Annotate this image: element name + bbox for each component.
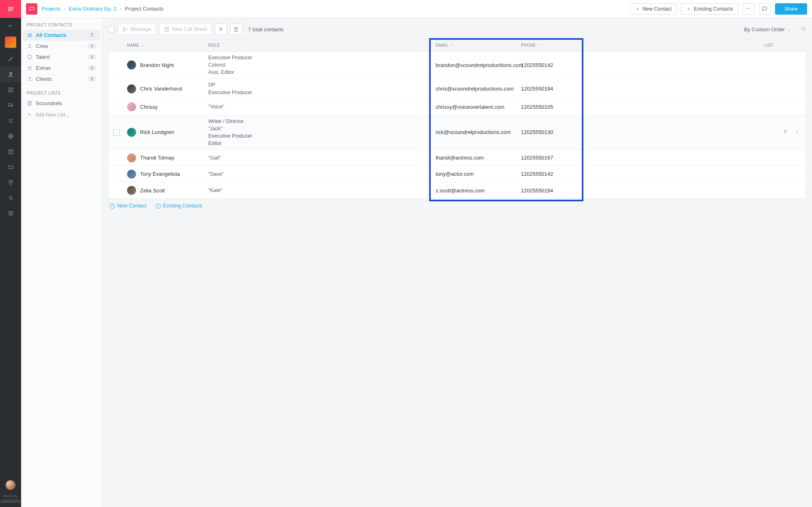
svg-point-5 bbox=[10, 181, 11, 182]
contact-name: Rick Lundgren bbox=[140, 129, 174, 135]
user-avatar[interactable] bbox=[6, 480, 15, 490]
col-role[interactable]: ROLE bbox=[206, 43, 433, 47]
comment-button[interactable] bbox=[759, 3, 771, 15]
contact-roles: DPExecutive Producer bbox=[206, 81, 433, 96]
table-row[interactable]: Tony Evangelista"Dave"tony@actor.com1202… bbox=[108, 166, 806, 182]
more-button[interactable] bbox=[743, 3, 755, 15]
made-by-credit: Made By Leanometry bbox=[1, 494, 20, 507]
rail-calendar[interactable] bbox=[0, 144, 21, 159]
arrow-left-icon bbox=[8, 23, 14, 29]
existing-contacts-button[interactable]: ＋ Existing Contacts bbox=[681, 3, 739, 15]
avatar bbox=[127, 153, 136, 162]
rail-lists[interactable] bbox=[0, 113, 21, 128]
delete-button[interactable] bbox=[230, 24, 242, 35]
breadcrumb-projects[interactable]: Projects bbox=[41, 6, 60, 12]
select-all-checkbox[interactable] bbox=[108, 26, 114, 32]
button-label: New Contact bbox=[643, 6, 672, 12]
project-thumbnail[interactable] bbox=[5, 37, 16, 48]
column-label: PHONE bbox=[521, 43, 536, 47]
pencil-icon bbox=[8, 56, 14, 62]
rail-contacts[interactable] bbox=[0, 67, 21, 82]
sidebar-list-scoundrels[interactable]: Scoundrels bbox=[23, 98, 100, 109]
chevron-down-icon: ⌄ bbox=[787, 27, 790, 32]
ellipsis-icon bbox=[745, 6, 752, 12]
sliders-icon bbox=[8, 195, 14, 201]
rail-collapse[interactable] bbox=[0, 18, 21, 33]
svg-point-16 bbox=[29, 77, 30, 79]
rail-locations[interactable] bbox=[0, 175, 21, 190]
col-name[interactable]: NAME ⌄ bbox=[125, 43, 206, 47]
footer-new-contact[interactable]: + New Contact bbox=[110, 203, 147, 209]
trash-icon bbox=[233, 26, 239, 32]
breadcrumb-current: Project Contacts bbox=[125, 6, 163, 12]
share-button[interactable]: Share bbox=[775, 3, 807, 15]
add-list-label: Add New List... bbox=[35, 112, 69, 118]
rail-boards[interactable] bbox=[0, 82, 21, 97]
table-row[interactable]: Chrissy"Voice"chrissy@voiceovertalent.co… bbox=[108, 99, 806, 115]
sidebar-item-extras[interactable]: Extras 0 bbox=[23, 63, 100, 73]
total-contacts-text: 7 total contacts bbox=[248, 26, 283, 32]
contact-name: Zelia Scott bbox=[140, 188, 165, 194]
contact-roles: "Voice" bbox=[206, 103, 433, 110]
avatar bbox=[127, 60, 136, 69]
col-phone[interactable]: PHONE ⌃ bbox=[518, 43, 579, 47]
nav-count: 0 bbox=[87, 76, 96, 82]
new-call-sheet-button[interactable]: New Call Sheet bbox=[159, 24, 212, 35]
svg-rect-2 bbox=[11, 88, 13, 92]
col-email[interactable]: EMAIL ⌃ bbox=[433, 43, 518, 47]
send-icon bbox=[122, 26, 128, 32]
rail-messages[interactable] bbox=[0, 97, 21, 113]
avatar bbox=[127, 128, 136, 137]
speech-icon bbox=[762, 6, 768, 12]
breadcrumb-sep: › bbox=[64, 6, 65, 12]
sidebar-item-clients[interactable]: Clients 0 bbox=[23, 73, 100, 84]
add-new-list[interactable]: ＋ Add New List... bbox=[21, 109, 102, 121]
avatar bbox=[127, 170, 136, 179]
row-checkbox[interactable] bbox=[113, 129, 120, 136]
rail-settings[interactable] bbox=[0, 190, 21, 205]
footer-existing-contacts[interactable]: + Existing Contacts bbox=[155, 203, 203, 209]
avatar bbox=[127, 186, 136, 195]
sidebar-item-crew[interactable]: Crew 3 bbox=[23, 41, 100, 52]
rail-edit[interactable] bbox=[0, 51, 21, 67]
sort-label: By Custom Order bbox=[744, 26, 785, 32]
table-row[interactable]: Thandi Tolmay"Gail"thandi@actress.com120… bbox=[108, 150, 806, 166]
search-button[interactable] bbox=[800, 26, 806, 33]
sidebar: PROJECT CONTACTS All Contacts 7 Crew 3 T… bbox=[21, 18, 102, 507]
avatar bbox=[127, 102, 136, 111]
nav-count: 3 bbox=[87, 43, 96, 49]
table-row[interactable]: Zelia Scott"Kate"z.scott@actress.com1202… bbox=[108, 182, 806, 198]
table-row[interactable]: Rick LundgrenWriter / Director"Jack"Exec… bbox=[108, 115, 806, 150]
button-label: Message bbox=[131, 26, 151, 32]
brand-logo[interactable] bbox=[0, 0, 21, 18]
col-list[interactable]: LIST bbox=[579, 43, 782, 47]
list-icon bbox=[8, 118, 14, 124]
search-icon bbox=[800, 26, 806, 32]
people-icon bbox=[27, 65, 32, 71]
new-contact-button[interactable]: ＋ New Contact bbox=[630, 3, 677, 15]
project-icon[interactable] bbox=[26, 3, 37, 15]
message-button[interactable]: Message bbox=[118, 24, 156, 35]
row-more-icon[interactable] bbox=[794, 129, 800, 136]
svg-point-8 bbox=[747, 9, 747, 9]
nav-label: Scoundrels bbox=[36, 100, 62, 106]
rail-reports[interactable] bbox=[0, 205, 21, 221]
rail-shots[interactable] bbox=[0, 128, 21, 144]
aperture-icon bbox=[8, 133, 14, 139]
contact-phone: 12025550130 bbox=[518, 129, 579, 135]
contact-email: tony@actor.com bbox=[433, 171, 518, 177]
nav-count: 7 bbox=[87, 32, 96, 38]
contact-name: Thandi Tolmay bbox=[140, 155, 174, 161]
table-row[interactable]: Brandon NightExecutive ProducerColoristA… bbox=[108, 52, 806, 79]
row-filter-icon[interactable] bbox=[782, 129, 788, 136]
filter-button[interactable] bbox=[215, 24, 227, 35]
made-by-link[interactable]: Leanometry bbox=[1, 498, 20, 503]
sidebar-item-all-contacts[interactable]: All Contacts 7 bbox=[23, 30, 100, 41]
sort-dropdown[interactable]: By Custom Order ⌄ bbox=[744, 26, 790, 32]
button-label: Existing Contacts bbox=[694, 6, 733, 12]
table-row[interactable]: Chris VanderhorstDPExecutive Producerchr… bbox=[108, 79, 806, 99]
rail-files[interactable] bbox=[0, 159, 21, 175]
sidebar-item-talent[interactable]: Talent 5 bbox=[23, 52, 100, 63]
breadcrumb-project-name[interactable]: Extra Ordinary Ep. 2 bbox=[69, 6, 117, 12]
icon-rail: Made By Leanometry bbox=[0, 0, 21, 507]
